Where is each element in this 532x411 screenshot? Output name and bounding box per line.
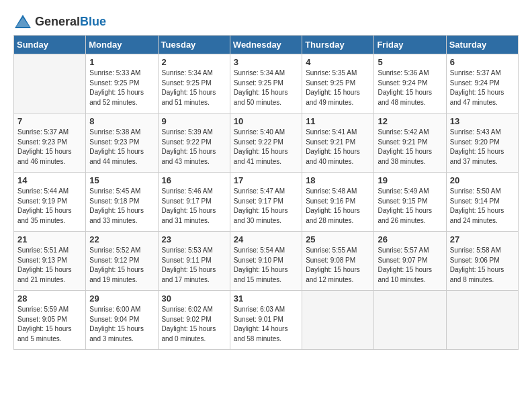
day-info: Sunrise: 5:57 AM Sunset: 9:07 PM Dayligh… [378,246,442,285]
day-number: 25 [306,234,370,244]
day-number: 2 [162,57,226,67]
day-info: Sunrise: 5:42 AM Sunset: 9:21 PM Dayligh… [378,128,442,167]
calendar-cell: 4Sunrise: 5:35 AM Sunset: 9:25 PM Daylig… [302,54,374,113]
calendar-cell: 2Sunrise: 5:34 AM Sunset: 9:25 PM Daylig… [158,54,230,113]
calendar-cell: 17Sunrise: 5:47 AM Sunset: 9:17 PM Dayli… [230,173,302,232]
day-number: 28 [17,293,82,304]
page-header: GeneralBlue [13,13,519,30]
calendar-cell: 19Sunrise: 5:49 AM Sunset: 9:15 PM Dayli… [374,173,446,232]
logo-icon [13,13,32,30]
day-info: Sunrise: 6:00 AM Sunset: 9:04 PM Dayligh… [89,305,154,344]
calendar-cell: 18Sunrise: 5:48 AM Sunset: 9:16 PM Dayli… [302,173,374,232]
day-info: Sunrise: 6:02 AM Sunset: 9:02 PM Dayligh… [162,305,226,344]
day-info: Sunrise: 5:49 AM Sunset: 9:15 PM Dayligh… [378,187,442,226]
week-row-4: 21Sunrise: 5:51 AM Sunset: 9:13 PM Dayli… [14,232,519,291]
day-number: 26 [378,234,442,244]
day-info: Sunrise: 5:59 AM Sunset: 9:05 PM Dayligh… [17,305,82,344]
day-info: Sunrise: 5:44 AM Sunset: 9:19 PM Dayligh… [17,187,82,226]
day-number: 13 [450,116,515,126]
day-info: Sunrise: 6:03 AM Sunset: 9:01 PM Dayligh… [234,305,298,344]
day-info: Sunrise: 5:58 AM Sunset: 9:06 PM Dayligh… [450,246,515,285]
day-info: Sunrise: 5:36 AM Sunset: 9:24 PM Dayligh… [378,68,442,107]
calendar-cell: 22Sunrise: 5:52 AM Sunset: 9:12 PM Dayli… [86,232,158,291]
day-number: 6 [450,57,515,67]
calendar-cell: 16Sunrise: 5:46 AM Sunset: 9:17 PM Dayli… [158,173,230,232]
day-number: 7 [17,116,82,126]
day-number: 20 [450,175,515,185]
day-number: 9 [162,116,226,126]
day-info: Sunrise: 5:46 AM Sunset: 9:17 PM Dayligh… [162,187,226,226]
day-info: Sunrise: 5:54 AM Sunset: 9:10 PM Dayligh… [234,246,298,285]
day-number: 18 [306,175,370,185]
calendar-cell: 1Sunrise: 5:33 AM Sunset: 9:25 PM Daylig… [86,54,158,113]
day-number: 31 [234,293,298,304]
calendar-cell: 15Sunrise: 5:45 AM Sunset: 9:18 PM Dayli… [86,173,158,232]
calendar-cell: 30Sunrise: 6:02 AM Sunset: 9:02 PM Dayli… [158,291,230,350]
day-number: 1 [89,57,154,67]
calendar-cell: 12Sunrise: 5:42 AM Sunset: 9:21 PM Dayli… [374,113,446,173]
week-row-5: 28Sunrise: 5:59 AM Sunset: 9:05 PM Dayli… [14,291,519,350]
calendar-cell: 7Sunrise: 5:37 AM Sunset: 9:23 PM Daylig… [14,113,86,173]
logo: GeneralBlue [13,13,106,30]
calendar-cell: 21Sunrise: 5:51 AM Sunset: 9:13 PM Dayli… [14,232,86,291]
day-number: 5 [378,57,442,67]
col-header-sunday: Sunday [14,36,86,54]
col-header-friday: Friday [374,36,446,54]
week-row-1: 1Sunrise: 5:33 AM Sunset: 9:25 PM Daylig… [14,54,519,113]
day-info: Sunrise: 5:55 AM Sunset: 9:08 PM Dayligh… [306,246,370,285]
day-info: Sunrise: 5:34 AM Sunset: 9:25 PM Dayligh… [162,68,226,107]
calendar-cell [446,291,518,350]
day-info: Sunrise: 5:41 AM Sunset: 9:21 PM Dayligh… [306,128,370,167]
day-info: Sunrise: 5:52 AM Sunset: 9:12 PM Dayligh… [89,246,154,285]
day-number: 4 [306,57,370,67]
day-number: 21 [17,234,82,244]
calendar-header-row: SundayMondayTuesdayWednesdayThursdayFrid… [14,36,519,54]
day-number: 11 [306,116,370,126]
calendar-cell: 11Sunrise: 5:41 AM Sunset: 9:21 PM Dayli… [302,113,374,173]
calendar-body: 1Sunrise: 5:33 AM Sunset: 9:25 PM Daylig… [14,54,519,350]
day-info: Sunrise: 5:37 AM Sunset: 9:24 PM Dayligh… [450,68,515,107]
day-info: Sunrise: 5:37 AM Sunset: 9:23 PM Dayligh… [17,128,82,167]
col-header-wednesday: Wednesday [230,36,302,54]
day-number: 10 [234,116,298,126]
col-header-tuesday: Tuesday [158,36,230,54]
day-info: Sunrise: 5:34 AM Sunset: 9:25 PM Dayligh… [234,68,298,107]
calendar-cell: 31Sunrise: 6:03 AM Sunset: 9:01 PM Dayli… [230,291,302,350]
day-number: 30 [162,293,226,304]
calendar-cell: 27Sunrise: 5:58 AM Sunset: 9:06 PM Dayli… [446,232,518,291]
col-header-thursday: Thursday [302,36,374,54]
day-number: 29 [89,293,154,304]
day-info: Sunrise: 5:43 AM Sunset: 9:20 PM Dayligh… [450,128,515,167]
calendar-cell: 28Sunrise: 5:59 AM Sunset: 9:05 PM Dayli… [14,291,86,350]
svg-marker-1 [16,17,30,27]
calendar-cell [374,291,446,350]
day-number: 22 [89,234,154,244]
calendar-cell: 13Sunrise: 5:43 AM Sunset: 9:20 PM Dayli… [446,113,518,173]
calendar-cell [302,291,374,350]
calendar-cell: 23Sunrise: 5:53 AM Sunset: 9:11 PM Dayli… [158,232,230,291]
calendar-table: SundayMondayTuesdayWednesdayThursdayFrid… [13,35,519,350]
day-info: Sunrise: 5:51 AM Sunset: 9:13 PM Dayligh… [17,246,82,285]
day-number: 12 [378,116,442,126]
calendar-cell: 10Sunrise: 5:40 AM Sunset: 9:22 PM Dayli… [230,113,302,173]
logo-general-text: General [35,15,80,29]
col-header-monday: Monday [86,36,158,54]
calendar-cell: 29Sunrise: 6:00 AM Sunset: 9:04 PM Dayli… [86,291,158,350]
calendar-cell: 26Sunrise: 5:57 AM Sunset: 9:07 PM Dayli… [374,232,446,291]
day-info: Sunrise: 5:33 AM Sunset: 9:25 PM Dayligh… [89,68,154,107]
calendar-cell: 25Sunrise: 5:55 AM Sunset: 9:08 PM Dayli… [302,232,374,291]
calendar-cell [14,54,86,113]
day-number: 27 [450,234,515,244]
day-number: 14 [17,175,82,185]
week-row-2: 7Sunrise: 5:37 AM Sunset: 9:23 PM Daylig… [14,113,519,173]
day-number: 23 [162,234,226,244]
day-info: Sunrise: 5:45 AM Sunset: 9:18 PM Dayligh… [89,187,154,226]
day-number: 3 [234,57,298,67]
day-info: Sunrise: 5:40 AM Sunset: 9:22 PM Dayligh… [234,128,298,167]
day-number: 15 [89,175,154,185]
calendar-cell: 3Sunrise: 5:34 AM Sunset: 9:25 PM Daylig… [230,54,302,113]
calendar-cell: 14Sunrise: 5:44 AM Sunset: 9:19 PM Dayli… [14,173,86,232]
calendar-cell: 24Sunrise: 5:54 AM Sunset: 9:10 PM Dayli… [230,232,302,291]
calendar-cell: 20Sunrise: 5:50 AM Sunset: 9:14 PM Dayli… [446,173,518,232]
day-number: 16 [162,175,226,185]
